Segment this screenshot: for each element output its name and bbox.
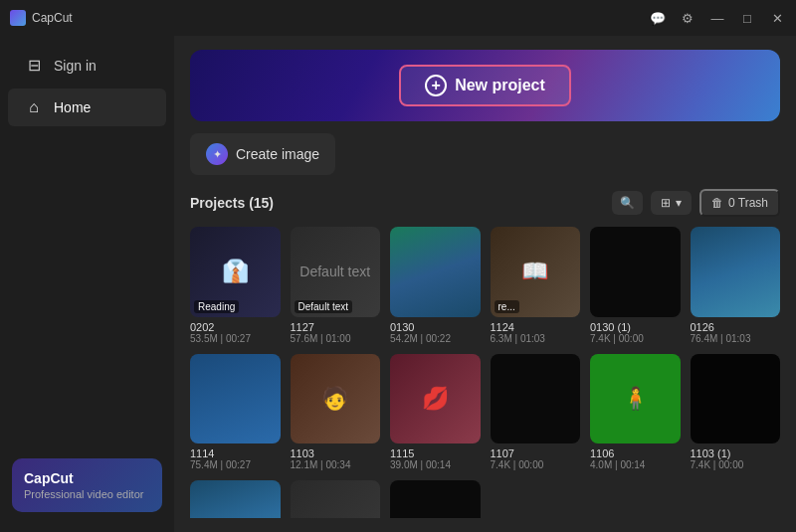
project-meta: 7.4K | 00:00 bbox=[491, 459, 581, 470]
project-thumbnail: 👔 Reading bbox=[190, 227, 281, 317]
project-thumbnail bbox=[691, 354, 781, 444]
project-thumbnail bbox=[190, 354, 281, 444]
app-logo-icon bbox=[10, 10, 26, 26]
project-thumb-label: Default text bbox=[295, 300, 353, 313]
project-name: 1103 bbox=[291, 447, 381, 459]
capcut-promo: CapCut Professional video editor bbox=[12, 458, 162, 512]
new-project-button[interactable]: + New project bbox=[399, 65, 571, 106]
project-name: 0202 bbox=[190, 321, 281, 333]
list-item[interactable]: 🧑 1103 12.1M | 00:34 bbox=[291, 354, 381, 471]
project-meta: 7.4K | 00:00 bbox=[691, 459, 781, 470]
project-meta: 54.2M | 00:22 bbox=[390, 333, 481, 344]
grid-icon: ⊞ bbox=[661, 196, 671, 210]
project-name: 0130 bbox=[390, 321, 481, 333]
project-name: 1107 bbox=[491, 447, 581, 459]
project-thumbnail bbox=[590, 227, 681, 317]
titlebar: CapCut 💬 ⚙ — □ ✕ bbox=[0, 0, 796, 36]
sidebar-item-home[interactable]: ⌂ Home bbox=[8, 89, 166, 126]
project-meta: 75.4M | 00:27 bbox=[190, 459, 281, 470]
projects-title: Projects (15) bbox=[190, 195, 274, 211]
projects-header: Projects (15) 🔍 ⊞ ▾ 🗑 0 Trash bbox=[190, 189, 780, 217]
project-meta: 6.3M | 01:03 bbox=[491, 333, 581, 344]
create-image-icon: ✦ bbox=[206, 143, 228, 165]
list-item[interactable]: 📖 re... 1124 6.3M | 01:03 bbox=[491, 227, 581, 344]
list-item[interactable]: 1114 75.4M | 00:27 bbox=[190, 354, 281, 471]
main-layout: ⊟ Sign in ⌂ Home CapCut Professional vid… bbox=[0, 36, 796, 532]
window-controls: 💬 ⚙ — □ ✕ bbox=[649, 9, 786, 27]
project-name: 1106 bbox=[590, 447, 681, 459]
project-thumbnail: 📖 re... bbox=[491, 227, 581, 317]
list-item[interactable]: Default text Default text 1127 57.6M | 0… bbox=[291, 227, 381, 344]
list-item[interactable]: Default text ... bbox=[291, 480, 381, 518]
list-item[interactable]: 💋 1115 39.0M | 00:14 bbox=[390, 354, 481, 471]
titlebar-left: CapCut bbox=[10, 10, 73, 26]
projects-grid: 👔 Reading 0202 53.5M | 00:27 Default tex… bbox=[190, 227, 780, 518]
list-item[interactable]: ... bbox=[190, 480, 281, 518]
project-name: 1114 bbox=[190, 447, 281, 459]
list-item[interactable]: 0126 76.4M | 01:03 bbox=[691, 227, 781, 344]
home-icon: ⌂ bbox=[24, 98, 44, 116]
main-content: + New project ✦ Create image Projects (1… bbox=[174, 36, 796, 532]
sidebar-signin-label: Sign in bbox=[54, 58, 97, 74]
create-image-button[interactable]: ✦ Create image bbox=[190, 133, 335, 175]
project-thumbnail: Default text Default text bbox=[291, 227, 381, 317]
maximize-button[interactable]: □ bbox=[738, 9, 756, 27]
project-thumbnail: 🧍 bbox=[590, 354, 681, 444]
list-item[interactable]: 1103 (1) 7.4K | 00:00 bbox=[691, 354, 781, 471]
project-thumbnail bbox=[390, 227, 481, 317]
project-meta: 39.0M | 00:14 bbox=[390, 459, 481, 470]
project-thumbnail bbox=[390, 480, 481, 518]
project-thumb-label: re... bbox=[495, 300, 519, 313]
trash-label: 0 Trash bbox=[728, 196, 768, 210]
list-item[interactable]: 0130 (1) 7.4K | 00:00 bbox=[590, 227, 681, 344]
plus-icon: + bbox=[425, 75, 447, 96]
project-thumbnail bbox=[190, 480, 281, 518]
project-thumb-label: Reading bbox=[194, 300, 239, 313]
trash-button[interactable]: 🗑 0 Trash bbox=[699, 189, 780, 217]
sidebar-home-label: Home bbox=[54, 99, 91, 115]
list-item[interactable]: 🧍 1106 4.0M | 00:14 bbox=[590, 354, 681, 471]
project-thumbnail: 🧑 bbox=[291, 354, 381, 444]
project-meta: 53.5M | 00:27 bbox=[190, 333, 281, 344]
promo-title: CapCut bbox=[24, 470, 150, 486]
list-item[interactable]: ... bbox=[390, 480, 481, 518]
project-meta: 4.0M | 00:14 bbox=[590, 459, 681, 470]
list-item[interactable]: 👔 Reading 0202 53.5M | 00:27 bbox=[190, 227, 281, 344]
trash-icon: 🗑 bbox=[711, 196, 723, 210]
project-meta: 57.6M | 01:00 bbox=[291, 333, 381, 344]
sidebar-bottom: CapCut Professional video editor bbox=[0, 446, 174, 524]
settings-icon[interactable]: ⚙ bbox=[679, 9, 696, 27]
project-thumbnail: 💋 bbox=[390, 354, 481, 444]
list-item[interactable]: 1107 7.4K | 00:00 bbox=[491, 354, 581, 471]
new-project-banner: + New project bbox=[190, 50, 780, 121]
view-toggle-button[interactable]: ⊞ ▾ bbox=[651, 191, 692, 215]
projects-actions: 🔍 ⊞ ▾ 🗑 0 Trash bbox=[612, 189, 780, 217]
create-image-label: Create image bbox=[236, 146, 319, 162]
project-meta: 76.4M | 01:03 bbox=[691, 333, 781, 344]
sidebar-item-signin[interactable]: ⊟ Sign in bbox=[8, 46, 166, 85]
minimize-button[interactable]: — bbox=[708, 9, 726, 27]
project-meta: 12.1M | 00:34 bbox=[291, 459, 381, 470]
project-name: 0130 (1) bbox=[590, 321, 681, 333]
project-meta: 7.4K | 00:00 bbox=[590, 333, 681, 344]
search-icon: 🔍 bbox=[620, 196, 635, 210]
chevron-down-icon: ▾ bbox=[676, 196, 682, 210]
project-thumbnail: Default text bbox=[291, 480, 381, 518]
search-button[interactable]: 🔍 bbox=[612, 191, 643, 215]
promo-subtitle: Professional video editor bbox=[24, 488, 150, 500]
new-project-label: New project bbox=[455, 77, 545, 94]
message-icon[interactable]: 💬 bbox=[649, 9, 667, 27]
list-item[interactable]: 0130 54.2M | 00:22 bbox=[390, 227, 481, 344]
signin-icon: ⊟ bbox=[24, 56, 44, 75]
project-name: 1127 bbox=[291, 321, 381, 333]
project-name: 1115 bbox=[390, 447, 481, 459]
project-thumbnail bbox=[691, 227, 781, 317]
sidebar: ⊟ Sign in ⌂ Home CapCut Professional vid… bbox=[0, 36, 174, 532]
project-name: 0126 bbox=[691, 321, 781, 333]
project-name: 1124 bbox=[491, 321, 581, 333]
project-name: 1103 (1) bbox=[691, 447, 781, 459]
app-name: CapCut bbox=[32, 11, 73, 25]
close-button[interactable]: ✕ bbox=[768, 9, 786, 27]
project-thumbnail bbox=[491, 354, 581, 444]
